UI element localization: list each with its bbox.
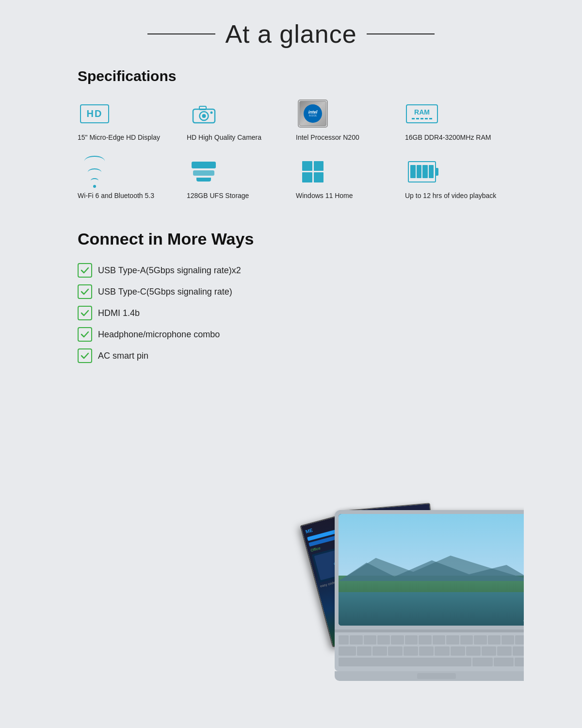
check-icon [78, 348, 92, 363]
hd-icon: HD [78, 99, 112, 128]
laptop-main: hp [335, 510, 524, 681]
check-icon [78, 284, 92, 299]
windows-icon [296, 157, 330, 186]
page-header: At a glance [58, 0, 524, 58]
list-item: Headphone/microphone combo [78, 327, 504, 342]
spec-os-label: Windows 11 Home [296, 191, 353, 201]
connect-ac-label: AC smart pin [98, 351, 148, 361]
spec-battery: Up to 12 hrs of video playback [405, 157, 504, 201]
header-decoration: At a glance [58, 19, 524, 49]
spec-camera-label: HD High Quality Camera [187, 133, 261, 143]
svg-point-2 [202, 114, 206, 118]
spec-ram-label: 16GB DDR4-3200MHz RAM [405, 133, 491, 143]
check-icon [78, 306, 92, 320]
laptop-image: ME Office Office m easy code [267, 390, 524, 681]
list-item: AC smart pin [78, 348, 504, 363]
connect-usb-a-label: USB Type-A(5Gbps signaling rate)x2 [98, 265, 241, 276]
header-line-left [147, 33, 215, 34]
specs-grid: HD 15" Micro-Edge HD Display HD Hi [78, 99, 504, 200]
svg-marker-6 [339, 560, 524, 581]
connect-heading: Connect in More Ways [78, 230, 504, 248]
battery-icon [405, 157, 439, 186]
list-item: HDMI 1.4b [78, 306, 504, 320]
svg-point-4 [210, 111, 212, 114]
connect-hdmi-label: HDMI 1.4b [98, 308, 140, 318]
page-title: At a glance [225, 19, 356, 49]
spec-display: HD 15" Micro-Edge HD Display [78, 99, 177, 143]
laptop-keyboard [335, 632, 524, 671]
list-item: USB Type-A(5Gbps signaling rate)x2 [78, 263, 504, 278]
list-item: USB Type-C(5Gbps signaling rate) [78, 284, 504, 299]
connect-list: USB Type-A(5Gbps signaling rate)x2 USB T… [78, 263, 504, 363]
connect-headphone-label: Headphone/microphone combo [98, 330, 220, 340]
spec-camera: HD High Quality Camera [187, 99, 286, 143]
spec-ram: RAM 16GB DDR4-3200MHz RAM [405, 99, 504, 143]
wifi-signal-icon [78, 157, 112, 186]
spec-storage: 128GB UFS Storage [187, 157, 286, 201]
connect-usb-c-label: USB Type-C(5Gbps signaling rate) [98, 287, 232, 297]
spec-processor-label: Intel Processor N200 [296, 133, 359, 143]
spec-processor: intel INSIDE Intel Processor N200 [296, 99, 395, 143]
spec-wifi-label: Wi-Fi 6 and Bluetooth 5.3 [78, 191, 154, 201]
ram-icon: RAM [405, 99, 439, 128]
storage-icon [187, 157, 221, 186]
spec-display-label: 15" Micro-Edge HD Display [78, 133, 160, 143]
spec-wifi: Wi-Fi 6 and Bluetooth 5.3 [78, 157, 177, 201]
specs-heading: Specifications [78, 68, 504, 84]
check-icon [78, 263, 92, 278]
specs-section: Specifications HD 15" Micro-Edge HD Disp… [58, 58, 524, 215]
spec-os: Windows 11 Home [296, 157, 395, 201]
spec-battery-label: Up to 12 hrs of video playback [405, 191, 496, 201]
intel-icon: intel INSIDE [296, 99, 330, 128]
spec-storage-label: 128GB UFS Storage [187, 191, 249, 201]
check-icon [78, 327, 92, 342]
header-line-right [367, 33, 435, 34]
camera-icon [187, 99, 221, 128]
connect-section: Connect in More Ways USB Type-A(5Gbps si… [58, 215, 524, 467]
